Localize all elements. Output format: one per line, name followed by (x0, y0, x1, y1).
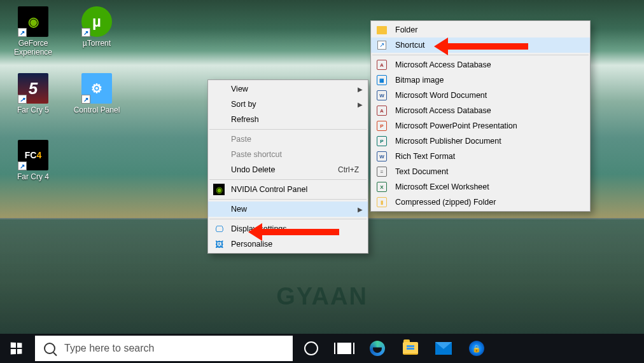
desktop-icon-utorrent[interactable]: µ↗ µTorrent (71, 6, 122, 60)
submenu-item-label: Microsoft Word Document (395, 91, 487, 100)
submenu-item-label: Microsoft Access Database (395, 106, 491, 115)
menu-item-paste-shortcut: Paste shortcut (208, 147, 368, 162)
menu-item-paste: Paste (208, 132, 368, 147)
shortcut-overlay-icon: ↗ (18, 28, 27, 37)
menu-item-sort-by[interactable]: Sort by▶ (208, 97, 368, 112)
submenu-item-label: Rich Text Format (395, 152, 455, 161)
mail-icon (435, 342, 452, 355)
cortana-icon (304, 341, 318, 355)
submenu-item-folder[interactable]: Folder (371, 22, 590, 38)
desktop-icon-label: Far Cry 5 (8, 106, 59, 114)
submenu-item-label: Microsoft PowerPoint Presentation (395, 121, 517, 130)
menu-separator (209, 199, 367, 200)
submenu-item-microsoft-excel-worksheet[interactable]: XMicrosoft Excel Worksheet (371, 179, 590, 195)
personalise-icon: 🖼 (213, 238, 225, 250)
desktop-icon-control-panel[interactable]: ⚙↗ Control Panel (71, 73, 122, 127)
submenu-item-shortcut[interactable]: ↗Shortcut (371, 38, 590, 53)
doc-icon: ▮ (376, 196, 388, 208)
taskbar-search[interactable]: Type here to search (35, 336, 293, 361)
menu-item-undo-delete[interactable]: Undo DeleteCtrl+Z (208, 162, 368, 177)
desktop-icon-farcry4[interactable]: FC4↗ Far Cry 4 (8, 140, 59, 193)
doc-icon: ▦ (376, 74, 388, 86)
submenu-item-microsoft-publisher-document[interactable]: PMicrosoft Publisher Document (371, 134, 590, 149)
menu-item-new[interactable]: New▶ (208, 202, 368, 217)
mail-button[interactable] (427, 334, 460, 363)
doc-icon: P (376, 120, 388, 132)
task-view-icon (334, 343, 354, 354)
display-icon: 🖵 (213, 223, 225, 235)
submenu-item-rich-text-format[interactable]: WRich Text Format (371, 149, 590, 164)
submenu-item-bitmap-image[interactable]: ▦Bitmap image (371, 72, 590, 88)
menu-separator (209, 129, 367, 130)
submenu-item-microsoft-access-database[interactable]: AMicrosoft Access Database (371, 57, 590, 72)
submenu-item-label: Compressed (zipped) Folder (395, 198, 496, 207)
taskbar: Type here to search (0, 334, 644, 363)
desktop-icon-label: Far Cry 4 (8, 172, 59, 181)
file-explorer-button[interactable] (394, 334, 427, 363)
security-button[interactable] (460, 334, 493, 363)
submenu-item-compressed-zipped-folder[interactable]: ▮Compressed (zipped) Folder (371, 195, 590, 210)
submenu-item-text-document[interactable]: ≡Text Document (371, 164, 590, 179)
shortcut-overlay-icon: ↗ (81, 28, 90, 37)
lock-icon (469, 341, 484, 356)
doc-icon: W (376, 90, 388, 101)
desktop-context-menu: View▶ Sort by▶ Refresh Paste Paste short… (207, 79, 368, 254)
new-submenu: Folder↗ShortcutAMicrosoft Access Databas… (370, 20, 591, 212)
desktop-icon-geforce[interactable]: ◉↗ GeForce Experience (8, 6, 59, 60)
edge-button[interactable] (361, 334, 394, 363)
watermark: GYAAN (276, 283, 368, 310)
submenu-item-microsoft-access-database[interactable]: AMicrosoft Access Database (371, 103, 590, 118)
submenu-item-label: Microsoft Access Database (395, 60, 491, 69)
chevron-right-icon: ▶ (358, 101, 363, 108)
submenu-item-microsoft-powerpoint-presentation[interactable]: PMicrosoft PowerPoint Presentation (371, 118, 590, 134)
submenu-item-label: Bitmap image (395, 76, 444, 85)
cortana-button[interactable] (295, 334, 328, 363)
shortcut-overlay-icon: ↗ (18, 161, 27, 170)
folder-icon (376, 24, 388, 36)
task-view-button[interactable] (328, 334, 361, 363)
doc-icon: W (376, 151, 388, 162)
menu-separator (209, 219, 367, 219)
search-placeholder: Type here to search (64, 343, 154, 354)
submenu-item-label: Folder (395, 25, 417, 34)
menu-item-personalise[interactable]: 🖼Personalise (208, 236, 368, 252)
folder-icon (403, 342, 418, 355)
desktop-icon-label: Control Panel (71, 106, 122, 114)
edge-icon (370, 341, 385, 356)
menu-item-display-settings[interactable]: 🖵Display settings (208, 221, 368, 236)
doc-icon: X (376, 181, 388, 193)
submenu-item-label: Text Document (395, 167, 448, 176)
doc-icon: P (376, 135, 388, 147)
menu-separator (209, 179, 367, 180)
doc-icon: A (376, 59, 388, 71)
menu-item-view[interactable]: View▶ (208, 81, 368, 97)
search-icon (44, 343, 55, 354)
menu-item-refresh[interactable]: Refresh (208, 112, 368, 127)
doc-icon: A (376, 105, 388, 116)
submenu-item-label: Shortcut (395, 41, 425, 50)
nvidia-icon: ◉ (213, 184, 225, 195)
doc-icon: ≡ (376, 166, 388, 177)
shortcut-overlay-icon: ↗ (18, 95, 27, 104)
menu-separator (372, 55, 589, 55)
submenu-item-label: Microsoft Publisher Document (395, 137, 501, 146)
chevron-right-icon: ▶ (358, 206, 363, 213)
desktop-icon-farcry5[interactable]: 5↗ Far Cry 5 (8, 73, 59, 127)
windows-logo-icon (11, 343, 22, 355)
menu-item-nvidia[interactable]: ◉NVIDIA Control Panel (208, 182, 368, 197)
menu-hotkey: Ctrl+Z (338, 165, 359, 174)
desktop-icon-label: GeForce Experience (8, 39, 59, 57)
chevron-right-icon: ▶ (358, 86, 363, 93)
shortcut-overlay-icon: ↗ (81, 95, 90, 104)
submenu-item-label: Microsoft Excel Worksheet (395, 182, 489, 191)
start-button[interactable] (0, 334, 33, 363)
shortcut-icon: ↗ (376, 39, 388, 51)
desktop-icon-label: µTorrent (71, 39, 122, 48)
submenu-item-microsoft-word-document[interactable]: WMicrosoft Word Document (371, 88, 590, 103)
